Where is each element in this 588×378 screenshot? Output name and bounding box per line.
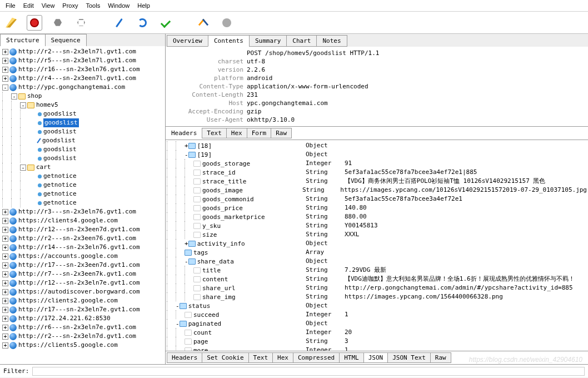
json-row[interactable]: - share_dataObject: [167, 257, 587, 266]
btab-setcookie[interactable]: Set Cookie: [202, 352, 248, 363]
tab-overview[interactable]: Overview: [167, 35, 208, 47]
json-row[interactable]: - [19]Object: [167, 150, 587, 159]
tree-item[interactable]: goodslist: [1, 154, 164, 163]
compose-button[interactable]: [111, 15, 127, 31]
json-row[interactable]: tagsArray: [167, 248, 587, 257]
btab-raw[interactable]: Raw: [430, 352, 451, 363]
tree-item[interactable]: +http://r3---sn-2x3eln76.gvt1.com: [1, 207, 164, 216]
menu-help[interactable]: Help: [134, 1, 153, 10]
menu-proxy[interactable]: Proxy: [59, 1, 81, 10]
json-row[interactable]: goods_marketpriceString880.00: [167, 212, 587, 221]
tree-item[interactable]: +http://172.24.221.62:8530: [1, 314, 164, 323]
menu-view[interactable]: View: [38, 1, 58, 10]
json-row[interactable]: - paginatedObject: [167, 319, 587, 328]
json-row[interactable]: strace_idString5ef3afa1ac55ce78fa7bcee3a…: [167, 168, 587, 177]
tree-item[interactable]: +http://r17---sn-2x3een7d.gvt1.com: [1, 261, 164, 270]
tree-item[interactable]: goodslist: [1, 145, 164, 154]
json-row[interactable]: moreInteger1: [167, 346, 587, 351]
menu-tools[interactable]: Tools: [82, 1, 103, 10]
subtab-hex[interactable]: Hex: [226, 128, 247, 138]
tree-item[interactable]: -cart: [1, 163, 164, 172]
menu-window[interactable]: Window: [104, 1, 133, 10]
tab-sequence[interactable]: Sequence: [45, 34, 87, 46]
menu-file[interactable]: File: [2, 1, 19, 10]
tab-summary[interactable]: Summary: [249, 35, 287, 47]
tree-item[interactable]: -homev5: [1, 101, 164, 110]
tab-contents[interactable]: Contents: [208, 35, 250, 47]
json-tree[interactable]: + [18]Object- [19]Object goods_storageIn…: [166, 140, 588, 351]
json-row[interactable]: contentString【VDG迪咖默】意大利知名男装品牌！全场1.6折！展现…: [167, 275, 587, 284]
btab-headers[interactable]: Headers: [167, 352, 202, 363]
header-row: platformandroid: [169, 74, 585, 82]
json-row[interactable]: goods_commonidString5ef3afa1ac55ce78fa7b…: [167, 195, 587, 203]
throttle-button[interactable]: [50, 15, 66, 31]
tools-button[interactable]: [196, 15, 211, 31]
json-row[interactable]: - statusObject: [167, 301, 587, 310]
btab-json[interactable]: JSON: [363, 352, 388, 363]
tree-item[interactable]: +http://r2---sn-2x3eln7l.gvt1.com: [1, 47, 164, 56]
tree-item[interactable]: getnotice: [1, 172, 164, 181]
tree-item[interactable]: +http://r2---sn-2x3eln7d.gvt1.com: [1, 332, 164, 341]
host-tree[interactable]: +http://r2---sn-2x3eln7l.gvt1.com+http:/…: [0, 46, 165, 364]
json-row[interactable]: goods_storageInteger91: [167, 159, 587, 168]
json-row[interactable]: countInteger20: [167, 328, 587, 337]
tree-item[interactable]: +https://autodiscover.borgward.com: [1, 287, 164, 296]
tree-item[interactable]: goodslist: [1, 127, 164, 136]
tree-item[interactable]: +http://r5---sn-2x3eln7l.gvt1.com: [1, 56, 164, 65]
tab-chart[interactable]: Chart: [286, 35, 317, 47]
json-row[interactable]: goods_imageStringhttps://images.ypcang.c…: [167, 186, 587, 195]
btab-text[interactable]: Text: [248, 352, 273, 363]
tree-item[interactable]: +http://r16---sn-2x3eln76.gvt1.com: [1, 65, 164, 74]
json-row[interactable]: + [18]Object: [167, 141, 587, 150]
tree-item[interactable]: getnotice: [1, 190, 164, 198]
json-row[interactable]: titleString7.29VDG 最新: [167, 266, 587, 275]
json-row[interactable]: goods_priceString140.80: [167, 203, 587, 212]
tree-item[interactable]: goodslist: [1, 110, 164, 118]
tab-notes[interactable]: Notes: [316, 35, 347, 47]
tree-item[interactable]: +http://r7---sn-2x3een7k.gvt1.com: [1, 270, 164, 278]
btab-html[interactable]: HTML: [339, 352, 364, 363]
right-panel: Overview Contents Summary Chart Notes PO…: [166, 34, 588, 364]
clear-session-button[interactable]: [3, 15, 19, 31]
tree-item[interactable]: getnotice: [1, 198, 164, 207]
filter-input[interactable]: [32, 367, 585, 376]
tree-item[interactable]: +https://accounts.google.com: [1, 252, 164, 261]
tree-item[interactable]: +https://clients4.google.com: [1, 216, 164, 225]
tree-item[interactable]: +https://clients2.google.com: [1, 296, 164, 305]
menu-edit[interactable]: Edit: [20, 1, 37, 10]
tree-item[interactable]: +http://r12---sn-2x3eln7e.gvt1.com: [1, 278, 164, 287]
subtab-raw[interactable]: Raw: [271, 128, 292, 138]
tree-item[interactable]: -http://ypc.gongchangtemai.com: [1, 83, 164, 92]
settings-button[interactable]: [219, 15, 235, 31]
refresh-button[interactable]: [134, 15, 150, 31]
json-row[interactable]: share_urlStringhttp://erp.gongchangtemai…: [167, 284, 587, 292]
btab-compressed[interactable]: Compressed: [293, 352, 340, 363]
tree-item[interactable]: +http://r6---sn-2x3eln7e.gvt1.com: [1, 323, 164, 332]
tree-item[interactable]: goodslist: [1, 118, 164, 127]
tree-item[interactable]: +https://clients5.google.com: [1, 341, 164, 350]
breakpoints-button[interactable]: [73, 15, 89, 31]
tree-item[interactable]: goodslist: [1, 136, 164, 145]
tree-item[interactable]: +http://r4---sn-2x3een7l.gvt1.com: [1, 74, 164, 83]
tree-item[interactable]: +http://r2---sn-2x3een76.gvt1.com: [1, 234, 164, 243]
json-row[interactable]: + activity_infoObject: [167, 239, 587, 248]
validate-button[interactable]: [158, 15, 173, 31]
left-panel: Structure Sequence +http://r2---sn-2x3el…: [0, 34, 166, 364]
tree-item[interactable]: +http://r17---sn-2x3eln7e.gvt1.com: [1, 305, 164, 314]
btab-jsontext[interactable]: JSON Text: [387, 352, 431, 363]
tree-item[interactable]: +http://r14---sn-2x3eln76.gvt1.com: [1, 243, 164, 252]
json-row[interactable]: share_imgStringhttps://images.ypcang.com…: [167, 292, 587, 301]
json-row[interactable]: sizeStringXXXL: [167, 230, 587, 239]
json-row[interactable]: y_skuStringY00145813: [167, 221, 587, 230]
record-button[interactable]: [27, 15, 42, 31]
tree-item[interactable]: -shop: [1, 92, 164, 101]
json-row[interactable]: succeedInteger1: [167, 310, 587, 319]
subtab-form[interactable]: Form: [247, 128, 272, 138]
json-row[interactable]: pageString3: [167, 337, 587, 346]
tree-item[interactable]: getnotice: [1, 181, 164, 190]
tab-structure[interactable]: Structure: [0, 34, 46, 46]
json-row[interactable]: strace_titleString【VDG】商务休闲男士百搭POLO衫短袖T恤…: [167, 177, 587, 186]
tree-item[interactable]: +http://r12---sn-2x3een7d.gvt1.com: [1, 225, 164, 234]
btab-hex[interactable]: Hex: [272, 352, 293, 363]
subtab-text[interactable]: Text: [202, 128, 227, 138]
